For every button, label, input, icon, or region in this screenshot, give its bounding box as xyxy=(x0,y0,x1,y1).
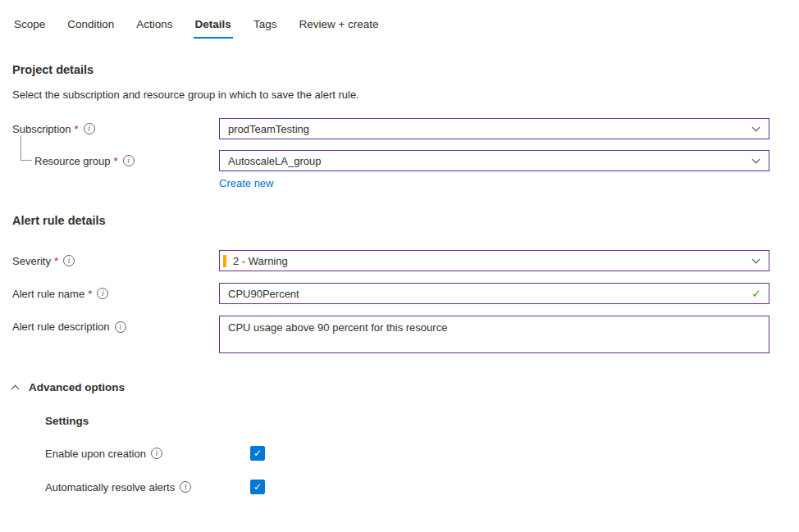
project-details-heading: Project details xyxy=(12,63,769,76)
subscription-control: prodTeamTesting xyxy=(219,118,769,139)
chevron-down-icon xyxy=(752,156,760,164)
info-icon[interactable]: i xyxy=(151,448,162,459)
info-icon[interactable]: i xyxy=(180,481,191,493)
advanced-options-toggle[interactable]: Advanced options xyxy=(12,381,769,393)
checkmark-icon: ✓ xyxy=(253,482,262,492)
info-icon[interactable]: i xyxy=(97,288,108,299)
info-icon[interactable]: i xyxy=(63,255,75,266)
alert-rule-description-textarea[interactable]: CPU usage above 90 percent for this reso… xyxy=(219,316,769,353)
severity-label: Severity xyxy=(12,255,51,267)
alert-rule-description-label-group: Alert rule description i xyxy=(12,321,219,333)
settings-heading: Settings xyxy=(45,415,769,427)
alert-rule-name-control: ✓ xyxy=(219,283,769,304)
create-alert-rule-details-page: Scope Condition Actions Details Tags Rev… xyxy=(0,0,799,494)
subscription-row: Subscription * i prodTeamTesting xyxy=(12,118,769,139)
severity-control: 2 - Warning xyxy=(219,250,769,271)
alert-rule-name-label: Alert rule name xyxy=(12,288,84,300)
subscription-value: prodTeamTesting xyxy=(228,123,746,135)
info-icon[interactable]: i xyxy=(84,123,95,134)
automatically-resolve-alerts-label-group: Automatically resolve alerts i xyxy=(45,481,250,493)
subscription-label-group: Subscription * i xyxy=(12,123,219,135)
create-new-link[interactable]: Create new xyxy=(219,177,273,189)
enable-upon-creation-row: Enable upon creation i ✓ xyxy=(45,446,769,461)
chevron-up-icon xyxy=(11,385,20,393)
enable-upon-creation-checkbox[interactable]: ✓ xyxy=(250,446,265,461)
automatically-resolve-alerts-label: Automatically resolve alerts xyxy=(45,481,175,493)
resource-group-dropdown[interactable]: AutoscaleLA_group xyxy=(219,150,769,171)
info-icon[interactable]: i xyxy=(115,321,126,333)
checkmark-icon: ✓ xyxy=(253,448,262,458)
required-marker: * xyxy=(75,123,79,135)
tab-scope[interactable]: Scope xyxy=(12,18,47,39)
tab-review-create[interactable]: Review + create xyxy=(297,18,380,39)
tab-bar: Scope Condition Actions Details Tags Rev… xyxy=(12,0,769,39)
automatically-resolve-alerts-checkbox[interactable]: ✓ xyxy=(250,480,265,494)
severity-color-bar-icon xyxy=(223,255,226,267)
resource-group-control: AutoscaleLA_group xyxy=(219,150,769,171)
tab-actions[interactable]: Actions xyxy=(135,18,174,39)
automatically-resolve-alerts-row: Automatically resolve alerts i ✓ xyxy=(45,480,769,494)
alert-rule-name-label-group: Alert rule name * i xyxy=(12,288,219,300)
alert-rule-description-label: Alert rule description xyxy=(12,321,110,333)
enable-upon-creation-label: Enable upon creation xyxy=(45,448,146,460)
required-marker: * xyxy=(54,255,58,267)
subscription-label: Subscription xyxy=(12,123,71,135)
resource-group-row: Resource group * i AutoscaleLA_group xyxy=(12,150,769,171)
required-marker: * xyxy=(114,155,118,167)
resource-group-value: AutoscaleLA_group xyxy=(228,155,746,167)
info-icon[interactable]: i xyxy=(123,155,135,166)
create-new-row: Create new xyxy=(219,177,769,189)
chevron-down-icon xyxy=(752,256,760,264)
severity-label-group: Severity * i xyxy=(12,255,219,267)
chevron-down-icon xyxy=(752,124,760,132)
resource-group-label-group: Resource group * i xyxy=(12,155,219,167)
alert-rule-name-input[interactable] xyxy=(219,283,769,304)
subscription-dropdown[interactable]: prodTeamTesting xyxy=(219,118,769,139)
alert-rule-details-heading: Alert rule details xyxy=(12,214,769,227)
tab-details[interactable]: Details xyxy=(194,18,233,39)
alert-rule-description-control: CPU usage above 90 percent for this reso… xyxy=(219,316,769,353)
enable-upon-creation-label-group: Enable upon creation i xyxy=(45,448,250,460)
hierarchy-connector-line xyxy=(21,136,32,161)
resource-group-label: Resource group xyxy=(34,155,111,167)
required-marker: * xyxy=(88,288,92,300)
project-details-description: Select the subscription and resource gro… xyxy=(12,89,769,101)
severity-dropdown[interactable]: 2 - Warning xyxy=(219,250,769,271)
tab-condition[interactable]: Condition xyxy=(66,18,116,39)
advanced-options-label: Advanced options xyxy=(29,381,125,393)
alert-rule-description-row: Alert rule description i CPU usage above… xyxy=(12,316,769,353)
alert-rule-name-row: Alert rule name * i ✓ xyxy=(12,283,769,304)
tab-tags[interactable]: Tags xyxy=(252,18,279,39)
severity-row: Severity * i 2 - Warning xyxy=(12,250,769,271)
severity-value: 2 - Warning xyxy=(233,255,746,267)
